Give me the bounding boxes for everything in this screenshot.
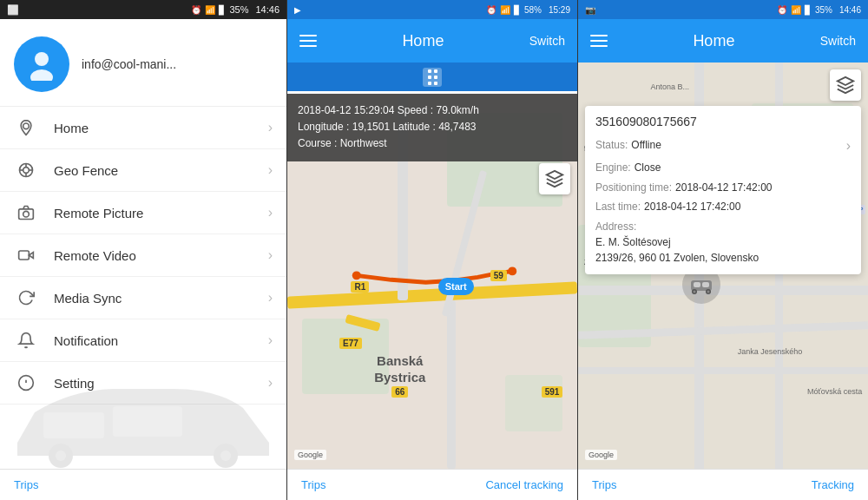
media-sync-label: Media Sync [54,291,268,306]
video-status-icon: ▶ [294,5,301,15]
66-label: 66 [391,386,408,398]
popup-chevron[interactable]: › [846,134,851,157]
hamburger-line-1 [299,35,317,36]
layers-button-2[interactable] [539,163,570,194]
chevron-icon-remote-video: › [268,247,273,263]
battery-icon-2: ▊ [514,5,521,15]
menu-item-geofence[interactable]: Geo Fence › [0,149,286,192]
e77-label: E77 [339,338,362,349]
battery-text-1: 35% [229,4,248,15]
address-value: E. M. Šoltésovej2139/26, 960 01 Zvolen, … [595,236,759,264]
engine-value: Close [635,161,661,174]
sim-icon: ⬜ [7,4,19,16]
chevron-icon-remote-picture: › [268,205,273,220]
app-header-3: Home Switch [578,19,868,62]
camera-icon [14,204,38,221]
menu-item-setting[interactable]: Setting › [0,362,286,405]
green-area-3 [505,375,563,431]
menu-item-media-sync[interactable]: Media Sync › [0,277,286,319]
header-title-2: Home [317,32,529,50]
road-label-antona: Antona B... [651,82,690,91]
trips-link-1[interactable]: Trips [14,478,38,491]
home-label: Home [54,121,268,135]
svg-rect-27 [702,282,709,287]
bell-icon [14,332,38,349]
google-text-2: Google [298,451,323,459]
menu-item-remote-video[interactable]: Remote Video › [0,234,286,277]
switch-button-3[interactable]: Switch [820,34,856,48]
menu-item-home[interactable]: Home › [0,107,286,149]
google-logo-2: Google [294,450,326,460]
map-area-3[interactable]: Železničná Janka Jesenského 5 maja Móťov… [578,62,868,469]
trip-panel: ▶ ⏰ 📶 ▊ 58% 15:29 Home Switch [286,0,577,500]
info-icon [14,374,38,391]
positioning-row: Positioning time:2018-04-12 17:42:00 [595,179,851,196]
car-icon [688,274,714,295]
591-label: 591 [542,386,563,398]
hamburger-button-2[interactable] [299,35,317,47]
menu-item-notification[interactable]: Notification › [0,319,286,362]
app-footer-2: Trips Cancel tracking [287,469,577,500]
avatar [14,36,69,92]
engine-label: Engine: [595,161,631,174]
notification-label: Notification [54,333,268,348]
positioning-value: 2018-04-12 17:42:00 [675,181,772,194]
road-label-janka: Janka Jesenského [738,347,803,356]
main-road-h [578,286,868,295]
hamburger-line-2 [299,40,317,42]
status-label: Status: [595,139,628,151]
tabs-strip-2 [287,62,577,94]
alarm-icon-3: ⏰ [777,5,787,15]
header-title-3: Home [608,32,820,50]
info-line1: 2018-04-12 15:29:04 Speed : 79.0km/h [298,102,567,119]
time-3: 14:46 [839,5,861,15]
status-bar-2: ▶ ⏰ 📶 ▊ 58% 15:29 [287,0,577,19]
status-bar-left-1: ⬜ [7,4,19,16]
geofence-label: Geo Fence [54,163,268,178]
wifi-icon-2: 📶 [500,5,510,15]
battery-3: 35% [815,5,832,15]
svg-point-30 [694,291,696,293]
svg-point-31 [707,291,710,293]
vert-road-2 [447,300,456,469]
tab-list-view[interactable] [287,62,577,94]
status-left-3: 📷 [585,5,595,15]
app-footer-3: Trips Tracking [578,469,868,500]
chevron-icon-media-sync: › [268,290,273,306]
hamburger-button-3[interactable] [590,35,608,47]
battery-2: 58% [524,5,542,15]
cancel-tracking-link[interactable]: Cancel tracking [485,478,563,491]
status-right-2: ⏰ 📶 ▊ 58% 15:29 [486,5,570,15]
status-value: Offline [631,139,661,151]
ham-line-3 [590,45,608,47]
address-row: Address: E. M. Šoltésovej2139/26, 960 01… [595,219,851,266]
layers-button-3[interactable] [830,69,861,101]
sync-icon [14,289,38,306]
menu-footer: Trips [0,469,286,500]
menu-item-remote-picture[interactable]: Remote Picture › [0,192,286,234]
svg-point-2 [23,123,30,129]
svg-point-1 [30,69,53,81]
start-label: Start [438,278,474,295]
wifi-icon: 📶 [205,5,215,15]
switch-button-2[interactable]: Switch [529,34,565,48]
status-row: Status:Offline › [595,134,851,157]
tab-dots [425,67,440,88]
trips-link-2[interactable]: Trips [301,478,326,491]
setting-label: Setting [54,376,268,391]
address-label: Address: [595,220,636,233]
chevron-icon-home: › [268,120,273,135]
fence-icon [14,161,38,179]
time-2: 15:29 [549,5,570,15]
svg-point-0 [35,52,49,66]
alarm-icon: ⏰ [191,5,201,15]
road-h3 [578,367,868,374]
positioning-label: Positioning time: [595,181,672,194]
map-area-2[interactable]: 2018-04-12 15:29:04 Speed : 79.0km/h Lon… [287,94,577,469]
tracking-link[interactable]: Tracking [812,478,854,491]
remote-video-label: Remote Video [54,248,268,263]
road-label-mofovska: Móťovská cesta [807,387,862,396]
battery-icon-3: ▊ [805,5,812,15]
city-label: BanskáBystrica [374,352,425,386]
trips-link-3[interactable]: Trips [592,478,616,491]
